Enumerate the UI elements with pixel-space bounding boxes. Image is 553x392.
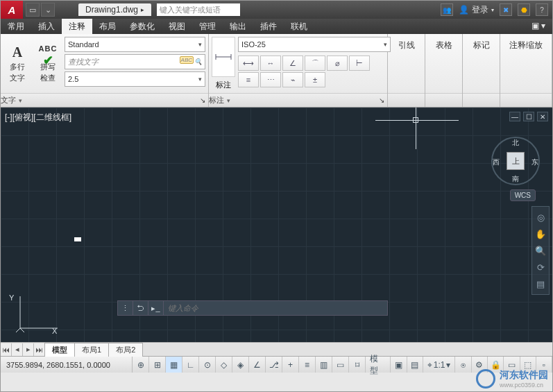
document-tab[interactable]: Drawing1.dwg ▸ [78, 3, 151, 16]
search-submit-icon[interactable]: 👥 [441, 3, 453, 16]
compass-n[interactable]: 北 [512, 138, 519, 148]
drawing-area[interactable]: [-][俯视][二维线框] — ☐ ✕ 上 北 南 东 西 WCS ◎ ✋ 🔍 … [1, 108, 552, 342]
layout-next-icon[interactable]: ▸ [23, 343, 34, 356]
nav-wheel-icon[interactable]: ◎ [534, 211, 547, 223]
layout-tab-layout2[interactable]: 布局2 [108, 343, 143, 357]
sb-osnap-icon[interactable]: ◇ [216, 357, 232, 373]
nav-show-icon[interactable]: ▤ [534, 278, 547, 290]
sb-sc-icon[interactable]: ⌑ [349, 357, 366, 373]
tab-insert[interactable]: 插入 [31, 19, 62, 34]
layout-tab-layout1[interactable]: 布局1 [74, 343, 109, 357]
layout-prev-icon[interactable]: ◂ [12, 343, 23, 356]
dim-ordinate-icon[interactable]: ⊢ [349, 56, 370, 71]
sb-3dosnap-icon[interactable]: ◈ [232, 357, 249, 373]
sb-model-button[interactable]: 模型 [366, 357, 391, 373]
command-input[interactable] [164, 304, 387, 312]
wcs-badge[interactable]: WCS [510, 189, 536, 201]
layout-tab-model[interactable]: 模型 [44, 343, 75, 357]
dim-continue-icon[interactable]: ⋯ [260, 72, 281, 87]
mtext-icon: A [12, 44, 22, 61]
annoscale-button[interactable]: 注释缩放 [504, 37, 548, 54]
coordinates-readout[interactable]: 3755.9894, 2680.1551, 0.0000 [1, 357, 133, 373]
sb-infer-icon[interactable]: ⊕ [133, 357, 149, 373]
vp-minimize-icon[interactable]: — [509, 112, 520, 121]
panel-text-title[interactable]: 文字▾↘ [1, 93, 208, 107]
viewcube[interactable]: 上 北 南 东 西 [491, 137, 540, 185]
tab-online[interactable]: 联机 [284, 19, 314, 34]
dim-style-value: ISO-25 [241, 40, 266, 49]
sb-annovis-icon[interactable]: ⍟ [455, 357, 471, 373]
sb-ducs-icon[interactable]: ⎇ [266, 357, 282, 373]
signin-button[interactable]: 👤 登录 ▾ [459, 4, 494, 16]
sb-snap-icon[interactable]: ⊞ [149, 357, 166, 373]
app-menu-icon[interactable]: A [1, 1, 23, 19]
dim-jog-icon[interactable]: ⌁ [282, 72, 303, 87]
sb-otrack-icon[interactable]: ∠ [249, 357, 266, 373]
sb-qp-icon[interactable]: ▭ [332, 357, 349, 373]
watermark-logo-icon [476, 369, 495, 389]
tab-manage[interactable]: 管理 [192, 19, 223, 34]
tab-plugins[interactable]: 插件 [253, 19, 284, 34]
sb-dyn-icon[interactable]: + [282, 357, 299, 373]
sb-grid-icon[interactable]: ▦ [166, 357, 182, 373]
sb-polar-icon[interactable]: ⊙ [199, 357, 216, 373]
qat-open-icon[interactable]: ⌄ [41, 3, 55, 17]
tab-output[interactable]: 输出 [223, 19, 253, 34]
vp-maximize-icon[interactable]: ☐ [523, 112, 534, 121]
panel-dim-title[interactable]: 标注▾↘ [209, 93, 387, 107]
sb-ortho-icon[interactable]: ∟ [182, 357, 199, 373]
text-style-dropdown[interactable]: Standard ▾ [65, 37, 205, 52]
layout-tabs: ⏮ ◂ ▸ ⏭ 模型 布局1 布局2 [1, 342, 552, 356]
compass-s[interactable]: 南 [512, 174, 519, 184]
dim-linear-icon[interactable]: ⟷ [238, 56, 259, 71]
user-icon: 👤 [459, 5, 469, 15]
doc-dropdown-icon[interactable]: ▸ [141, 6, 144, 13]
dim-tools-grid: ⟷ ↔ ∠ ⌒ ⌀ ⊢ ≡ ⋯ ⌁ ± [238, 54, 391, 87]
sb-annoscale[interactable]: ⌖ 1:1 ▾ [423, 357, 456, 373]
markup-button[interactable]: 标记 [468, 37, 495, 54]
dim-angular-icon[interactable]: ∠ [282, 56, 303, 71]
nav-pan-icon[interactable]: ✋ [534, 228, 547, 240]
viewport-label[interactable]: [-][俯视][二维线框] [5, 112, 71, 123]
layout-first-icon[interactable]: ⏮ [1, 343, 12, 356]
exchange-icon[interactable]: ✖ [500, 3, 512, 16]
sb-tpy-icon[interactable]: ▥ [316, 357, 332, 373]
dim-baseline-icon[interactable]: ≡ [238, 72, 259, 87]
dim-radius-icon[interactable]: ⌀ [327, 56, 348, 71]
command-line[interactable]: ⋮ ⮌ ▸_ [117, 300, 388, 316]
viewcube-face[interactable]: 上 [507, 152, 525, 170]
compass-w[interactable]: 西 [493, 157, 500, 167]
cmd-handle-icon[interactable]: ⋮ [118, 301, 133, 315]
leader-button[interactable]: 引线 [393, 37, 420, 54]
nav-orbit-icon[interactable]: ⟳ [534, 261, 547, 273]
navigation-bar: ◎ ✋ 🔍 ⟳ ▤ [531, 206, 550, 295]
sb-layout-icon[interactable]: ▣ [391, 357, 407, 373]
qat-new-icon[interactable]: ▭ [26, 3, 40, 17]
dim-aligned-icon[interactable]: ↔ [260, 56, 281, 71]
tab-view[interactable]: 视图 [162, 19, 192, 34]
help-icon[interactable]: ? [536, 3, 548, 16]
text-height-dropdown[interactable]: 2.5 ▾ [65, 71, 205, 87]
infocenter-search[interactable]: 键入关键字或短语 [157, 3, 240, 16]
layout-last-icon[interactable]: ⏭ [34, 343, 45, 356]
mtext-button[interactable]: A 多行 文字 [3, 37, 31, 90]
nav-zoom-icon[interactable]: 🔍 [534, 244, 547, 257]
tab-home[interactable]: 常用 [1, 19, 31, 34]
dimension-button[interactable] [212, 37, 235, 77]
tab-parametric[interactable]: 参数化 [123, 19, 162, 34]
compass-e[interactable]: 东 [531, 157, 538, 167]
dim-style-dropdown[interactable]: ISO-25 ▾ [238, 37, 391, 52]
spellcheck-button[interactable]: ABC ✔ 拼写 检查 [34, 37, 62, 90]
tab-layout[interactable]: 布局 [92, 19, 123, 34]
dim-arc-icon[interactable]: ⌒ [305, 56, 325, 71]
table-button[interactable]: 表格 [430, 37, 458, 54]
sb-lwt-icon[interactable]: ≡ [299, 357, 316, 373]
dim-tolerance-icon[interactable]: ± [305, 72, 325, 87]
tab-annotate[interactable]: 注释 [62, 19, 92, 34]
ribbon-expand-icon[interactable]: ▣ ▾ [525, 19, 552, 34]
vp-close-icon[interactable]: ✕ [537, 112, 548, 121]
sb-qv-icon[interactable]: ▤ [407, 357, 423, 373]
stayconnected-icon[interactable]: ⬣ [518, 3, 530, 16]
cmd-recent-icon[interactable]: ⮌ [133, 301, 148, 315]
find-text-input[interactable]: 查找文字 ABC 🔍 [65, 54, 205, 69]
